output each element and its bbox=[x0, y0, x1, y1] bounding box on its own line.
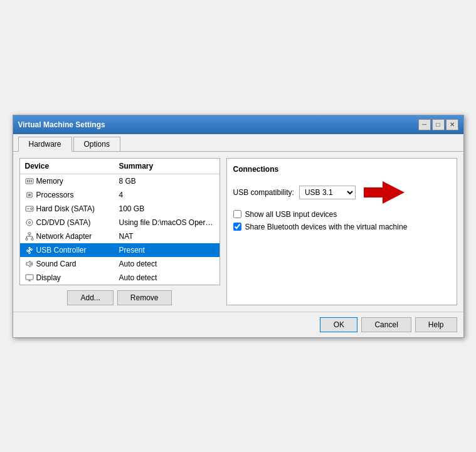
device-cell: USB Controller bbox=[20, 244, 114, 256]
svg-rect-15 bbox=[28, 233, 31, 234]
network-icon bbox=[25, 232, 34, 241]
svg-marker-27 bbox=[26, 261, 30, 267]
device-cell: Hard Disk (SATA) bbox=[20, 203, 114, 214]
device-table: Device Summary Memory bbox=[19, 158, 220, 285]
sound-card-icon bbox=[25, 260, 34, 268]
tab-options[interactable]: Options bbox=[73, 137, 120, 151]
show-all-usb-row: Show all USB input devices bbox=[233, 210, 450, 219]
table-row[interactable]: Network Adapter NAT bbox=[20, 229, 219, 243]
svg-rect-17 bbox=[31, 238, 33, 240]
window-title: Virtual Machine Settings bbox=[18, 120, 105, 129]
summary-cell: Present bbox=[114, 244, 219, 256]
usb-compatibility-select[interactable]: USB 3.1 USB 3.0 USB 2.0 bbox=[299, 186, 356, 199]
header-device: Device bbox=[20, 160, 114, 172]
table-row[interactable]: Memory 8 GB bbox=[20, 174, 219, 188]
header-summary: Summary bbox=[114, 160, 219, 172]
svg-rect-5 bbox=[28, 194, 31, 196]
summary-cell: 4 bbox=[114, 189, 219, 201]
usb-compatibility-row: USB compatibility: USB 3.1 USB 3.0 USB 2… bbox=[233, 180, 450, 205]
svg-rect-1 bbox=[27, 180, 28, 182]
left-buttons: Add... Remove bbox=[19, 290, 220, 305]
tab-hardware[interactable]: Hardware bbox=[18, 137, 72, 152]
table-body: Memory 8 GB bbox=[20, 174, 219, 285]
device-cell: Memory bbox=[20, 176, 114, 187]
svg-rect-28 bbox=[26, 275, 33, 280]
device-cell: Network Adapter bbox=[20, 231, 114, 242]
table-row[interactable]: Processors 4 bbox=[20, 188, 219, 202]
table-header: Device Summary bbox=[20, 159, 219, 174]
share-bluetooth-row: Share Bluetooth devices with the virtual… bbox=[233, 223, 450, 231]
device-cell: Sound Card bbox=[20, 258, 114, 270]
right-panel: Connections USB compatibility: USB 3.1 U… bbox=[226, 158, 457, 305]
hard-disk-icon bbox=[25, 204, 34, 213]
help-button[interactable]: Help bbox=[415, 317, 457, 332]
summary-cell: 100 GB bbox=[114, 203, 219, 214]
table-row[interactable]: CD/DVD (SATA) Using file D:\macOS Operat… bbox=[20, 216, 219, 229]
summary-cell: 8 GB bbox=[114, 176, 219, 187]
cd-dvd-icon bbox=[25, 218, 34, 227]
memory-icon bbox=[25, 177, 34, 186]
processor-icon bbox=[25, 191, 34, 199]
minimize-button[interactable]: ─ bbox=[418, 119, 431, 130]
ok-button[interactable]: OK bbox=[320, 317, 357, 332]
svg-point-26 bbox=[28, 251, 30, 253]
svg-marker-31 bbox=[364, 181, 405, 204]
svg-rect-2 bbox=[29, 180, 30, 182]
device-cell: Processors bbox=[20, 189, 114, 201]
display-icon bbox=[25, 273, 34, 282]
usb-compatibility-label: USB compatibility: bbox=[233, 188, 294, 197]
svg-point-11 bbox=[30, 208, 32, 209]
svg-point-13 bbox=[26, 219, 33, 226]
title-bar-buttons: ─ □ ✕ bbox=[418, 119, 458, 130]
remove-button[interactable]: Remove bbox=[117, 290, 172, 305]
show-all-usb-checkbox[interactable] bbox=[233, 210, 241, 218]
table-row[interactable]: Hard Disk (SATA) 100 GB bbox=[20, 202, 219, 216]
summary-cell: Auto detect bbox=[114, 272, 219, 283]
title-bar: Virtual Machine Settings ─ □ ✕ bbox=[13, 115, 463, 134]
svg-point-14 bbox=[28, 221, 30, 223]
device-cell: CD/DVD (SATA) bbox=[20, 217, 114, 228]
share-bluetooth-label: Share Bluetooth devices with the virtual… bbox=[245, 223, 408, 231]
connections-title: Connections bbox=[233, 165, 450, 174]
show-all-usb-label: Show all USB input devices bbox=[245, 210, 337, 219]
svg-rect-16 bbox=[26, 238, 28, 240]
table-row-selected[interactable]: USB Controller Present bbox=[20, 243, 219, 257]
main-window: Virtual Machine Settings ─ □ ✕ Hardware … bbox=[13, 115, 464, 338]
tab-bar: Hardware Options bbox=[13, 134, 463, 152]
usb-icon bbox=[25, 246, 34, 255]
summary-cell: Using file D:\macOS Operatin... bbox=[114, 217, 219, 228]
device-cell: Display bbox=[20, 272, 114, 283]
svg-rect-3 bbox=[31, 180, 32, 182]
share-bluetooth-checkbox[interactable] bbox=[233, 223, 241, 231]
cancel-button[interactable]: Cancel bbox=[361, 317, 411, 332]
bottom-buttons: OK Cancel Help bbox=[13, 312, 463, 337]
add-button[interactable]: Add... bbox=[67, 290, 113, 305]
close-button[interactable]: ✕ bbox=[446, 119, 458, 130]
table-row[interactable]: Sound Card Auto detect bbox=[20, 257, 219, 271]
maximize-button[interactable]: □ bbox=[432, 119, 445, 130]
table-row[interactable]: Display Auto detect bbox=[20, 271, 219, 285]
summary-cell: NAT bbox=[114, 231, 219, 242]
main-content: Device Summary Memory bbox=[13, 152, 463, 312]
summary-cell: Auto detect bbox=[114, 258, 219, 270]
left-panel: Device Summary Memory bbox=[19, 158, 220, 305]
red-arrow-icon bbox=[361, 180, 405, 205]
